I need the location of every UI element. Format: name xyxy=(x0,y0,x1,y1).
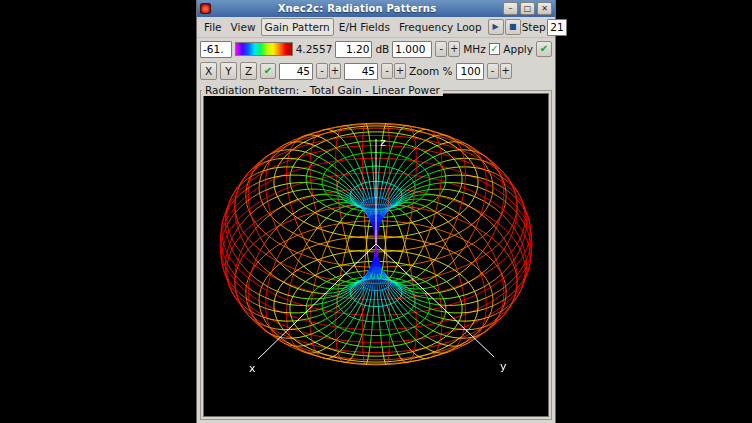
minimize-button[interactable]: – xyxy=(503,2,518,15)
menu-item-view[interactable]: View xyxy=(227,18,260,36)
frequency-increment-button[interactable]: + xyxy=(448,41,460,57)
zoom-label: Zoom % xyxy=(409,65,453,77)
gain-min-input[interactable] xyxy=(200,41,232,58)
frequency-input[interactable] xyxy=(392,41,432,58)
menubar: File View Gain Pattern E/H Fields Freque… xyxy=(197,17,555,38)
check-icon: ✔ xyxy=(264,65,272,76)
menu-item-eh-fields[interactable]: E/H Fields xyxy=(335,18,394,36)
incline-increment-button[interactable]: + xyxy=(394,63,406,79)
incline-input[interactable] xyxy=(344,63,378,80)
incline-decrement-button[interactable]: - xyxy=(381,63,393,79)
rotate-input[interactable] xyxy=(279,63,313,80)
axis-y-button[interactable]: Y xyxy=(220,62,237,80)
step-input[interactable] xyxy=(547,19,567,36)
play-icon: ▶ xyxy=(493,22,499,31)
zoom-decrement-button[interactable]: - xyxy=(487,63,499,79)
apply-label: Apply xyxy=(503,43,533,55)
loop-stop-button[interactable]: ■ xyxy=(505,19,521,35)
maximize-button[interactable]: □ xyxy=(520,2,535,15)
window-title: Xnec2c: Radiation Patterns xyxy=(214,3,500,14)
db-unit-label: dB xyxy=(375,43,389,55)
menu-item-file[interactable]: File xyxy=(200,18,226,36)
frequency-decrement-button[interactable]: - xyxy=(435,41,447,57)
pattern-canvas[interactable] xyxy=(203,93,549,417)
window-titlebar: Xnec2c: Radiation Patterns – □ ✕ xyxy=(197,0,555,17)
check-icon: ✔ xyxy=(540,43,548,54)
view-toolbar: X Y Z ✔ - + - + Zoom % - + xyxy=(197,60,555,82)
stop-icon: ■ xyxy=(509,22,517,31)
gain-toolbar: 4.2557 dB - + MHz ✓ Apply ✔ xyxy=(197,38,555,60)
zoom-input[interactable] xyxy=(456,63,484,80)
close-button[interactable]: ✕ xyxy=(537,2,552,15)
zoom-increment-button[interactable]: + xyxy=(500,63,512,79)
gain-colorscale xyxy=(235,42,293,56)
rotate-increment-button[interactable]: + xyxy=(329,63,341,79)
loop-play-button[interactable]: ▶ xyxy=(488,19,504,35)
apply-checkbox[interactable]: ✓ xyxy=(489,43,501,55)
step-label: Step xyxy=(522,21,546,33)
axis-x-button[interactable]: X xyxy=(200,62,217,80)
gain-max-label: 4.2557 xyxy=(296,43,333,55)
app-window: Xnec2c: Radiation Patterns – □ ✕ File Vi… xyxy=(196,0,556,423)
pattern-frame-label: Radiation Pattern: - Total Gain - Linear… xyxy=(202,84,443,96)
view-confirm-button[interactable]: ✔ xyxy=(260,63,276,79)
apply-confirm-button[interactable]: ✔ xyxy=(536,41,552,57)
menu-item-frequency-loop[interactable]: Frequency Loop xyxy=(395,18,486,36)
axis-z-button[interactable]: Z xyxy=(240,62,257,80)
rotate-decrement-button[interactable]: - xyxy=(316,63,328,79)
pattern-frame: Radiation Pattern: - Total Gain - Linear… xyxy=(200,90,552,420)
db-input[interactable] xyxy=(335,41,372,58)
app-icon xyxy=(200,3,211,14)
mhz-unit-label: MHz xyxy=(463,43,485,55)
menu-item-gain-pattern[interactable]: Gain Pattern xyxy=(261,18,334,36)
